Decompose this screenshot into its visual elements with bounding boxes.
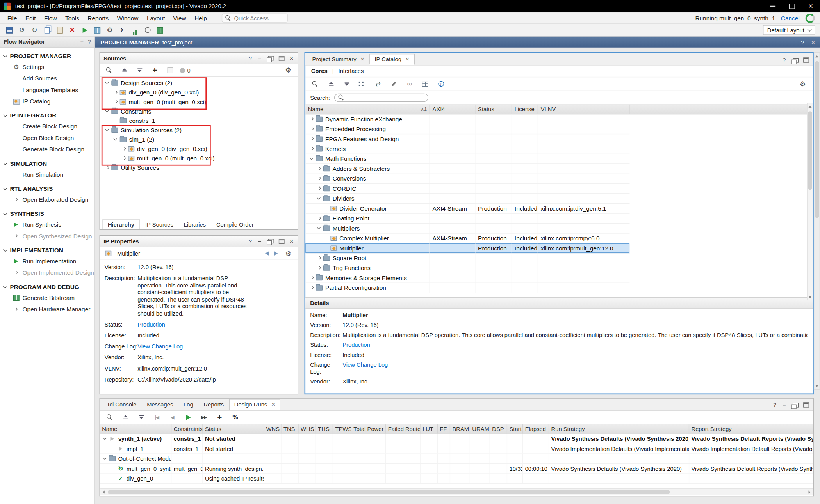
flow-navigator-entry[interactable]: Generate Bitstream [0, 292, 94, 303]
refresh-icon[interactable] [165, 65, 175, 75]
expand-arrow-icon[interactable] [308, 146, 315, 152]
tree-item[interactable]: sim_1 (2) [100, 135, 298, 144]
expand-arrow-icon[interactable] [308, 285, 315, 291]
float-icon[interactable] [268, 56, 274, 60]
step-back-icon[interactable] [168, 412, 178, 422]
help-icon[interactable]: ? [801, 39, 804, 45]
flow-navigator-entry[interactable]: IP INTEGRATOR [0, 107, 94, 121]
maximize-icon[interactable] [279, 56, 285, 61]
minimize-icon[interactable] [257, 238, 262, 244]
float-icon[interactable] [793, 403, 799, 407]
flow-navigator-entry[interactable]: Run Simulation [0, 169, 94, 180]
ip-catalog-row[interactable]: Square Root [305, 254, 629, 263]
ip-catalog-row[interactable]: Math Functions [305, 154, 629, 164]
expand-arrow-icon[interactable] [316, 255, 322, 261]
column-header-axi4[interactable]: AXI4 [430, 105, 476, 114]
customize-icon[interactable] [389, 79, 399, 89]
expand-all-icon[interactable] [134, 65, 145, 75]
close-icon[interactable] [360, 57, 364, 61]
maximize-icon[interactable] [803, 402, 809, 407]
section-collapse-icon[interactable] [3, 112, 7, 117]
sources-view-tab[interactable]: Libraries [179, 220, 211, 229]
cancel-link[interactable]: Cancel [781, 15, 800, 21]
column-header[interactable]: DSP [490, 424, 507, 433]
expand-arrow-icon[interactable] [12, 307, 20, 312]
close-icon[interactable]: × [811, 39, 815, 45]
collapse-all-icon[interactable] [326, 79, 336, 89]
table-view-icon[interactable] [420, 79, 430, 89]
ip-catalog-row[interactable]: FPGA Features and Design [305, 134, 629, 144]
step-forward-icon[interactable] [199, 412, 209, 422]
column-header[interactable]: WHS [299, 424, 316, 433]
column-header[interactable]: Total Power [351, 424, 386, 433]
add-icon[interactable] [150, 65, 160, 75]
minimize-icon[interactable] [257, 55, 262, 61]
expand-arrow-icon[interactable] [308, 136, 315, 142]
forward-arrow-icon[interactable] [274, 251, 278, 256]
expand-arrow-icon[interactable] [308, 126, 315, 132]
ip-catalog-row[interactable]: Complex Multiplier AXI4-Stream Productio… [305, 234, 629, 243]
menu-item[interactable]: Edit [21, 15, 40, 21]
settings-gear-icon[interactable] [283, 248, 294, 258]
close-button[interactable] [801, 0, 820, 12]
flow-navigator-entry[interactable]: SIMULATION [0, 155, 94, 169]
column-header[interactable]: Start [507, 424, 523, 433]
column-header[interactable]: Name [100, 424, 171, 433]
column-header[interactable]: URAM [470, 424, 490, 433]
design-run-row[interactable]: synth_1 (active) constrs_1 Not started [100, 434, 813, 444]
expand-arrow-icon[interactable] [323, 245, 330, 251]
column-header[interactable]: Run Strategy [549, 424, 689, 433]
section-collapse-icon[interactable] [3, 53, 7, 57]
tree-item[interactable]: div_gen_0 (div_gen_0.xci) [100, 144, 298, 154]
tree-item[interactable]: mult_gen_0 (mult_gen_0.xci) [100, 154, 298, 163]
float-icon[interactable] [793, 58, 799, 62]
vertical-scrollbar[interactable] [807, 103, 813, 300]
ip-catalog-row[interactable]: Divider Generator AXI4-Stream Production… [305, 204, 629, 213]
expand-arrow-icon[interactable] [104, 108, 111, 114]
menu-item[interactable]: Tools [61, 15, 83, 21]
column-header[interactable]: Failed Routes [386, 424, 420, 433]
scrollbar-thumb[interactable] [815, 61, 819, 218]
expand-arrow-icon[interactable] [112, 137, 119, 143]
flow-navigator-entry[interactable]: Generate Block Design [0, 144, 94, 155]
search-icon[interactable] [104, 65, 115, 75]
run-icon[interactable] [80, 25, 90, 35]
run-icon[interactable] [183, 412, 194, 422]
column-header[interactable]: Constraints [171, 424, 203, 433]
scrollbar-thumb[interactable] [108, 490, 670, 494]
expand-arrow-icon[interactable] [316, 215, 322, 222]
scroll-down-icon[interactable] [808, 294, 813, 300]
scrollbar-thumb[interactable] [808, 111, 812, 190]
ip-catalog-row[interactable]: Dividers [305, 194, 629, 204]
back-arrow-icon[interactable] [265, 251, 269, 256]
flow-navigator-entry[interactable]: IMPLEMENTATION [0, 242, 94, 256]
flow-navigator-entry[interactable]: Language Templates [0, 84, 94, 96]
flow-navigator-entry[interactable]: PROJECT MANAGER [0, 48, 94, 61]
flow-navigator-entry[interactable]: Run Implementation [0, 256, 94, 267]
search-icon[interactable] [310, 79, 321, 89]
expand-arrow-icon[interactable] [102, 456, 108, 462]
ip-catalog-row[interactable]: Memories & Storage Elements [305, 273, 629, 283]
horizontal-scrollbar[interactable] [100, 488, 813, 495]
flow-navigator-entry[interactable]: RTL ANALYSIS [0, 180, 94, 194]
search-input[interactable] [334, 93, 428, 101]
close-icon[interactable] [289, 55, 294, 61]
column-header[interactable]: LUT [421, 424, 438, 433]
paste-icon[interactable] [54, 25, 65, 35]
expand-all-icon[interactable] [136, 412, 146, 422]
expand-arrow-icon[interactable] [12, 197, 20, 202]
menu-item[interactable]: File [3, 15, 21, 21]
section-collapse-icon[interactable] [3, 161, 7, 165]
scroll-up-icon[interactable] [814, 53, 819, 59]
tree-view-icon[interactable] [357, 79, 368, 89]
ip-catalog-row[interactable]: Embedded Processing [305, 124, 629, 134]
expand-arrow-icon[interactable] [111, 445, 117, 452]
expand-arrow-icon[interactable] [104, 127, 111, 133]
expand-arrow-icon[interactable] [111, 465, 117, 472]
menu-item[interactable]: Help [190, 15, 211, 21]
ip-catalog-row[interactable]: CORDIC [305, 184, 629, 193]
column-header[interactable]: TNS [282, 424, 299, 433]
undo-icon[interactable] [17, 25, 27, 35]
sources-view-tab[interactable]: Compile Order [212, 220, 258, 229]
flow-navigator-entry[interactable]: Open Elaborated Design [0, 194, 94, 205]
